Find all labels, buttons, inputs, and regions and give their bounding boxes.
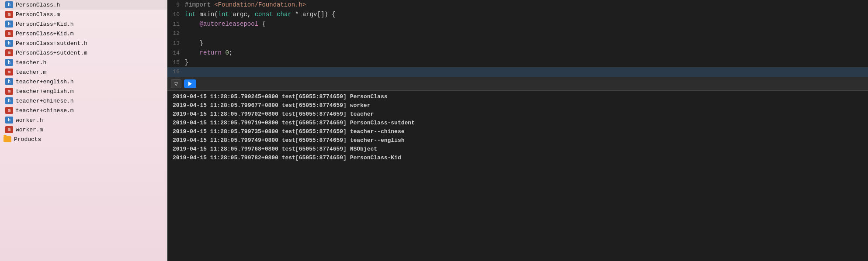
file-name-label: teacher.m (16, 69, 46, 76)
line-number: 14 (167, 48, 185, 58)
file-type-icon: h (5, 78, 13, 85)
sidebar-item[interactable]: mteacher+chinese.m (0, 106, 167, 115)
file-type-icon: m (5, 30, 13, 37)
code-token (273, 11, 277, 18)
console-line: 2019-04-15 11:28:05.799702+0800 test[650… (173, 110, 863, 119)
file-name-label: worker.h (16, 117, 43, 124)
sidebar: hPersonClass.hmPersonClass.mhPersonClass… (0, 0, 167, 261)
line-number: 15 (167, 58, 185, 68)
file-type-icon: h (5, 40, 13, 47)
sidebar-item[interactable]: hteacher+chinese.h (0, 96, 167, 106)
file-type-icon: m (5, 126, 13, 133)
line-content: } (185, 38, 203, 48)
code-token: char (277, 11, 292, 18)
line-number: 12 (167, 29, 185, 38)
console-line: 2019-04-15 11:28:05.799677+0800 test[650… (173, 101, 863, 110)
code-token: return (200, 49, 222, 56)
main-content: 9#import <Foundation/Foundation.h>10int … (167, 0, 868, 261)
code-token: ; (229, 49, 233, 56)
sidebar-item[interactable]: hPersonClass.h (0, 0, 167, 10)
line-number: 11 (167, 20, 185, 29)
code-line: 15} (167, 58, 868, 67)
line-content: return 0; (185, 48, 233, 58)
console-line: 2019-04-15 11:28:05.799768+0800 test[650… (173, 145, 863, 154)
collapse-button[interactable]: ▽ (171, 79, 181, 88)
folder-icon (3, 136, 11, 142)
file-type-icon: m (5, 49, 13, 56)
console-line: 2019-04-15 11:28:05.799719+0800 test[650… (173, 119, 863, 127)
code-line: 11 @autoreleasepool { (167, 19, 868, 29)
file-name-label: teacher+english.h (16, 79, 74, 85)
folder-label: Products (14, 136, 41, 143)
line-number: 9 (167, 0, 185, 10)
code-token: } (185, 59, 188, 66)
console-line: 2019-04-15 11:28:05.799735+0800 test[650… (173, 127, 863, 136)
sidebar-item[interactable]: mPersonClass+Kid.m (0, 29, 167, 38)
code-line: 10int main(int argc, const char * argv[]… (167, 10, 868, 19)
code-token: argc, (229, 11, 255, 18)
line-content: } (185, 58, 188, 67)
sidebar-item[interactable]: mworker.m (0, 125, 167, 134)
code-token: * argv[]) { (292, 11, 336, 18)
sidebar-item[interactable]: hPersonClass+Kid.h (0, 19, 167, 29)
sidebar-item[interactable]: mPersonClass+sutdent.m (0, 48, 167, 58)
sidebar-item[interactable]: hPersonClass+sutdent.h (0, 38, 167, 48)
code-token: } (185, 40, 203, 47)
code-token: main( (196, 11, 218, 18)
file-type-icon: m (5, 107, 13, 114)
sidebar-item[interactable]: mPersonClass.m (0, 10, 167, 19)
file-name-label: PersonClass.h (16, 2, 60, 8)
sidebar-item[interactable]: hworker.h (0, 115, 167, 125)
file-name-label: PersonClass+Kid.m (16, 31, 74, 37)
file-type-icon: h (5, 59, 13, 66)
file-name-label: PersonClass+sutdent.m (16, 50, 87, 56)
file-name-label: worker.m (16, 127, 43, 133)
bookmark-button[interactable] (184, 79, 196, 88)
line-content: @autoreleasepool { (185, 19, 266, 29)
code-line: 14 return 0; (167, 48, 868, 58)
code-token: <Foundation/Foundation.h> (214, 1, 306, 8)
line-number: 10 (167, 10, 185, 20)
sidebar-item[interactable]: mteacher+english.m (0, 86, 167, 96)
sidebar-item[interactable]: hteacher+english.h (0, 77, 167, 86)
file-type-icon: m (5, 11, 13, 18)
file-type-icon: m (5, 88, 13, 95)
file-name-label: PersonClass+sutdent.h (16, 40, 87, 47)
sidebar-item[interactable]: mteacher.m (0, 67, 167, 77)
code-line: 9#import <Foundation/Foundation.h> (167, 0, 868, 10)
file-name-label: PersonClass+Kid.h (16, 21, 74, 27)
code-token: { (258, 21, 266, 27)
line-content: #import <Foundation/Foundation.h> (185, 0, 306, 10)
line-number: 16 (167, 67, 185, 77)
code-line: 16 (167, 67, 868, 77)
code-token: const (255, 11, 273, 18)
file-type-icon: h (5, 97, 13, 104)
code-editor: 9#import <Foundation/Foundation.h>10int … (167, 0, 868, 77)
file-type-icon: h (5, 21, 13, 27)
file-name-label: teacher.h (16, 59, 46, 66)
sidebar-folder[interactable]: Products (0, 134, 167, 144)
code-line: 12 (167, 29, 868, 38)
file-type-icon: h (5, 117, 13, 124)
file-type-icon: m (5, 69, 13, 76)
code-token (185, 49, 200, 56)
sidebar-item[interactable]: hteacher.h (0, 58, 167, 67)
code-token: 0 (225, 49, 229, 56)
file-name-label: PersonClass.m (16, 11, 60, 18)
code-line: 13 } (167, 38, 868, 48)
file-type-icon: h (5, 1, 13, 8)
file-name-label: teacher+english.m (16, 88, 74, 95)
code-token: int (185, 11, 196, 18)
code-token (185, 21, 200, 27)
console-toolbar: ▽ (167, 77, 868, 91)
code-token: @autoreleasepool (200, 21, 258, 27)
file-name-label: teacher+chinese.h (16, 98, 74, 104)
line-number: 13 (167, 39, 185, 48)
console-output[interactable]: 2019-04-15 11:28:05.799245+0800 test[650… (167, 91, 868, 261)
code-token: int (218, 11, 229, 18)
code-token: #import (185, 1, 214, 8)
line-content: int main(int argc, const char * argv[]) … (185, 10, 336, 19)
console-line: 2019-04-15 11:28:05.799782+0800 test[650… (173, 154, 863, 162)
console-line: 2019-04-15 11:28:05.799245+0800 test[650… (173, 93, 863, 101)
arrow-right-icon (187, 81, 193, 87)
